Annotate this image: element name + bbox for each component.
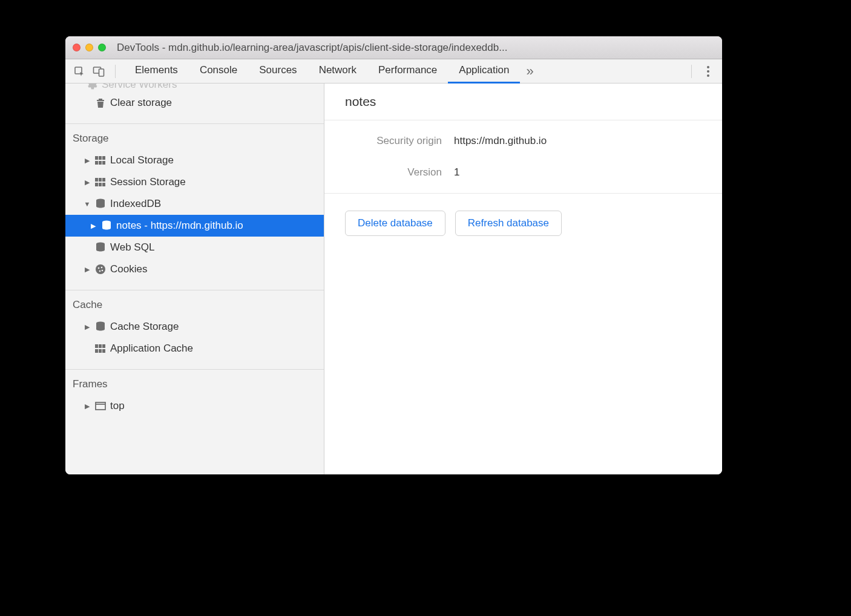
sidebar-item-cookies[interactable]: ▶ Cookies xyxy=(65,258,324,280)
table-icon xyxy=(94,176,107,188)
svg-rect-29 xyxy=(102,349,105,353)
section-header-frames: Frames xyxy=(65,369,324,395)
devtools-window: DevTools - mdn.github.io/learning-area/j… xyxy=(65,36,722,474)
titlebar: DevTools - mdn.github.io/learning-area/j… xyxy=(65,36,722,59)
svg-rect-8 xyxy=(102,161,105,165)
chevron-right-icon: ▶ xyxy=(84,323,91,331)
sidebar-item-label: Application Cache xyxy=(110,342,193,355)
toolbar-divider xyxy=(115,65,116,78)
svg-point-20 xyxy=(101,267,103,269)
svg-rect-9 xyxy=(95,178,98,182)
database-icon xyxy=(100,220,113,232)
database-icon xyxy=(94,241,107,254)
chevron-down-icon: ▼ xyxy=(84,200,91,208)
frame-icon xyxy=(94,400,107,412)
sidebar-item-label: IndexedDB xyxy=(110,198,161,210)
sidebar-item-label: notes - https://mdn.github.io xyxy=(116,220,243,232)
settings-menu-icon[interactable] xyxy=(700,64,716,79)
trash-icon xyxy=(94,97,107,109)
inspect-element-icon[interactable] xyxy=(71,64,87,79)
section-header-cache: Cache xyxy=(65,290,324,316)
sidebar-item-clear-storage[interactable]: Clear storage xyxy=(65,92,324,114)
sidebar-item-label: Cache Storage xyxy=(110,321,179,333)
table-icon xyxy=(94,342,107,355)
sidebar-item-label: Cookies xyxy=(110,263,147,275)
sidebar-item-label: Clear storage xyxy=(110,97,172,109)
sidebar-item-indexeddb-notes[interactable]: ▶ notes - https://mdn.github.io xyxy=(65,215,324,237)
database-icon xyxy=(94,321,107,333)
svg-rect-26 xyxy=(102,344,105,348)
svg-rect-24 xyxy=(95,344,98,348)
sidebar-item-label: Local Storage xyxy=(110,154,174,166)
svg-rect-13 xyxy=(99,183,102,186)
svg-rect-3 xyxy=(95,156,98,160)
panel-tabs: Elements Console Sources Network Perform… xyxy=(124,59,683,84)
tab-console[interactable]: Console xyxy=(189,59,248,84)
sidebar-item-web-sql[interactable]: Web SQL xyxy=(65,237,324,258)
close-window-button[interactable] xyxy=(73,44,80,51)
tab-application[interactable]: Application xyxy=(448,59,520,84)
tab-network[interactable]: Network xyxy=(308,59,367,84)
chevron-right-icon: ▶ xyxy=(84,266,91,274)
svg-rect-5 xyxy=(102,156,105,160)
svg-point-18 xyxy=(96,264,105,274)
database-details: Security origin https://mdn.github.io Ve… xyxy=(324,120,722,194)
security-origin-label: Security origin xyxy=(345,135,454,147)
sidebar-item-indexeddb[interactable]: ▼ IndexedDB xyxy=(65,193,324,215)
traffic-lights xyxy=(73,44,106,51)
device-toolbar-icon[interactable] xyxy=(91,64,107,79)
refresh-database-button[interactable]: Refresh database xyxy=(455,211,562,236)
sidebar-item-frame-top[interactable]: ▶ top xyxy=(65,395,324,417)
sidebar-item-cache-storage[interactable]: ▶ Cache Storage xyxy=(65,316,324,338)
database-name-heading: notes xyxy=(324,84,722,120)
cookie-icon xyxy=(94,263,107,275)
security-origin-value: https://mdn.github.io xyxy=(454,135,547,147)
svg-rect-25 xyxy=(99,344,102,348)
svg-rect-28 xyxy=(99,349,102,353)
svg-rect-14 xyxy=(102,183,105,186)
database-icon xyxy=(94,198,107,210)
sidebar-item-local-storage[interactable]: ▶ Local Storage xyxy=(65,149,324,171)
gear-icon xyxy=(87,84,98,90)
svg-rect-11 xyxy=(102,178,105,182)
sidebar-item-session-storage[interactable]: ▶ Session Storage xyxy=(65,171,324,193)
svg-point-19 xyxy=(98,267,100,269)
svg-point-21 xyxy=(99,270,101,272)
sidebar-item-service-workers[interactable]: Service Workers xyxy=(65,84,324,92)
version-value: 1 xyxy=(454,166,459,179)
svg-rect-12 xyxy=(95,183,98,186)
chevron-right-icon: ▶ xyxy=(84,179,91,186)
section-header-storage: Storage xyxy=(65,123,324,149)
delete-database-button[interactable]: Delete database xyxy=(345,211,445,236)
minimize-window-button[interactable] xyxy=(85,44,93,51)
panel-body: Service Workers Clear storage Storage ▶ … xyxy=(65,84,722,474)
sidebar-item-label: Web SQL xyxy=(110,241,154,254)
zoom-window-button[interactable] xyxy=(98,44,106,51)
chevron-right-icon: ▶ xyxy=(84,402,91,410)
security-origin-row: Security origin https://mdn.github.io xyxy=(345,135,702,147)
svg-rect-6 xyxy=(95,161,98,165)
sidebar-item-label: top xyxy=(110,400,125,412)
svg-rect-10 xyxy=(99,178,102,182)
sidebar-item-application-cache[interactable]: Application Cache xyxy=(65,338,324,359)
toolbar-divider xyxy=(691,65,692,78)
window-title: DevTools - mdn.github.io/learning-area/j… xyxy=(117,42,715,54)
chevron-right-icon: ▶ xyxy=(90,222,97,230)
svg-point-22 xyxy=(102,270,104,272)
table-icon xyxy=(94,154,107,166)
devtools-toolbar: Elements Console Sources Network Perform… xyxy=(65,59,722,84)
svg-rect-4 xyxy=(99,156,102,160)
version-row: Version 1 xyxy=(345,166,702,179)
tab-sources[interactable]: Sources xyxy=(248,59,307,84)
svg-rect-2 xyxy=(99,69,104,76)
tab-performance[interactable]: Performance xyxy=(367,59,448,84)
tab-elements[interactable]: Elements xyxy=(124,59,189,84)
more-tabs-button[interactable]: » xyxy=(520,64,539,79)
svg-rect-27 xyxy=(95,349,98,353)
application-sidebar: Service Workers Clear storage Storage ▶ … xyxy=(65,84,324,474)
sidebar-item-label: Service Workers xyxy=(102,84,177,91)
database-actions: Delete database Refresh database xyxy=(324,194,722,253)
chevron-right-icon: ▶ xyxy=(84,157,91,165)
svg-rect-30 xyxy=(96,402,105,410)
sidebar-item-label: Session Storage xyxy=(110,176,186,188)
